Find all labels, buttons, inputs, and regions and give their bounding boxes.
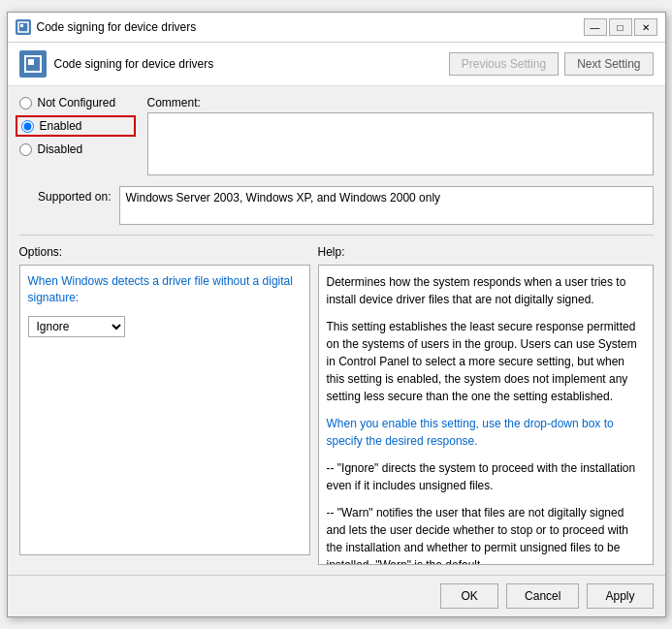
not-configured-option[interactable]: Not Configured xyxy=(19,96,136,110)
not-configured-label: Not Configured xyxy=(38,96,116,110)
disabled-label: Disabled xyxy=(38,142,83,156)
enabled-label: Enabled xyxy=(40,119,82,133)
header-buttons: Previous Setting Next Setting xyxy=(449,52,654,76)
next-setting-button[interactable]: Next Setting xyxy=(564,52,653,76)
options-box: When Windows detects a driver file witho… xyxy=(19,265,310,555)
enabled-option[interactable]: Enabled xyxy=(16,115,136,137)
options-label: Options: xyxy=(19,245,310,259)
supported-label: Supported on: xyxy=(19,186,112,204)
help-para-5: -- "Warn" notifies the user that files a… xyxy=(327,504,645,565)
select-wrapper: Ignore Warn Block xyxy=(28,316,302,337)
options-help-row: Options: When Windows detects a driver f… xyxy=(19,245,654,565)
enabled-radio[interactable] xyxy=(21,120,34,133)
help-para-1: Determines how the system responds when … xyxy=(327,273,645,308)
minimize-button[interactable]: — xyxy=(584,18,607,36)
supported-text: Windows Server 2003, Windows XP, and Win… xyxy=(126,191,441,204)
comment-textarea[interactable] xyxy=(147,112,654,175)
help-para-3: When you enable this setting, use the dr… xyxy=(327,415,645,450)
radio-section: Not Configured Enabled Disabled Comment: xyxy=(19,96,654,178)
help-label: Help: xyxy=(318,245,654,259)
comment-section: Comment: xyxy=(147,96,654,178)
help-box[interactable]: Determines how the system responds when … xyxy=(318,265,654,565)
svg-rect-1 xyxy=(20,24,23,27)
window-icon xyxy=(16,19,31,35)
divider xyxy=(19,235,654,236)
window-title: Code signing for device drivers xyxy=(37,20,197,34)
previous-setting-button[interactable]: Previous Setting xyxy=(449,52,559,76)
ignore-dropdown[interactable]: Ignore Warn Block xyxy=(28,316,125,337)
help-para-4: -- "Ignore" directs the system to procee… xyxy=(327,459,645,494)
cancel-button[interactable]: Cancel xyxy=(506,583,579,609)
footer: OK Cancel Apply xyxy=(8,575,665,616)
disabled-radio[interactable] xyxy=(19,143,32,156)
header-left: Code signing for device drivers xyxy=(19,50,214,78)
ok-button[interactable]: OK xyxy=(440,583,498,609)
comment-label: Comment: xyxy=(147,96,654,110)
supported-section: Supported on: Windows Server 2003, Windo… xyxy=(19,186,654,225)
title-bar: Code signing for device drivers — □ ✕ xyxy=(8,13,665,43)
title-controls: — □ ✕ xyxy=(584,18,657,36)
supported-value: Windows Server 2003, Windows XP, and Win… xyxy=(119,186,654,225)
title-bar-left: Code signing for device drivers xyxy=(16,19,197,35)
options-description: When Windows detects a driver file witho… xyxy=(28,273,302,306)
disabled-option[interactable]: Disabled xyxy=(19,142,136,156)
header-title: Code signing for device drivers xyxy=(54,57,214,71)
maximize-button[interactable]: □ xyxy=(609,18,632,36)
svg-rect-3 xyxy=(28,59,34,65)
main-window: Code signing for device drivers — □ ✕ Co… xyxy=(7,12,666,617)
not-configured-radio[interactable] xyxy=(19,97,32,110)
options-panel: Options: When Windows detects a driver f… xyxy=(19,245,310,565)
apply-button[interactable]: Apply xyxy=(587,583,653,609)
header-bar: Code signing for device drivers Previous… xyxy=(8,43,665,86)
close-button[interactable]: ✕ xyxy=(634,18,657,36)
content-area: Not Configured Enabled Disabled Comment:… xyxy=(8,86,665,575)
help-para-2: This setting establishes the least secur… xyxy=(327,318,645,405)
radio-group: Not Configured Enabled Disabled xyxy=(19,96,136,156)
header-icon xyxy=(19,50,47,78)
help-panel: Help: Determines how the system responds… xyxy=(318,245,654,565)
